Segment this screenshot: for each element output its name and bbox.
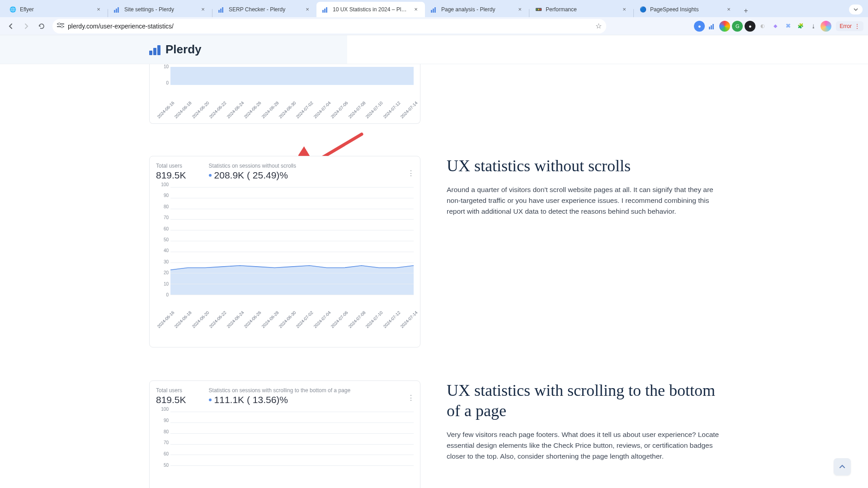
chart-plot-area bbox=[170, 67, 414, 85]
x-tick: 2024-07-14 bbox=[399, 100, 418, 119]
page-content: 10 0 2024-06-162024-06-182024-06-202024-… bbox=[0, 64, 868, 488]
extension-icon[interactable]: ⌘ bbox=[783, 21, 793, 32]
x-axis: 2024-06-162024-06-182024-06-202024-06-22… bbox=[170, 295, 414, 314]
y-tick: 10 bbox=[164, 64, 169, 69]
section-body: Very few visitors reach page footers. Wh… bbox=[447, 429, 721, 462]
stat-sessions-without-scrolls: Statistics on sessions without scrolls 2… bbox=[209, 163, 296, 181]
svg-rect-18 bbox=[712, 24, 714, 29]
y-axis: 1009080706050 bbox=[156, 409, 170, 481]
profile-avatar[interactable] bbox=[821, 21, 831, 32]
close-icon[interactable]: × bbox=[725, 6, 732, 13]
x-tick: 2024-07-02 bbox=[295, 100, 314, 119]
address-bar[interactable]: plerdy.com/user-experience-statistics/ ☆ bbox=[52, 19, 606, 33]
svg-rect-1 bbox=[116, 9, 117, 13]
error-indicator[interactable]: Error ⋮ bbox=[836, 21, 863, 31]
x-tick: 2024-07-06 bbox=[330, 310, 349, 329]
close-icon[interactable]: × bbox=[516, 6, 524, 13]
stat-value: 819.5K bbox=[156, 170, 186, 181]
y-tick: 80 bbox=[164, 429, 169, 434]
svg-rect-19 bbox=[149, 51, 152, 55]
extension-icon[interactable] bbox=[707, 21, 717, 32]
extension-icon[interactable]: ◆ bbox=[770, 21, 781, 32]
stat-label: Total users bbox=[156, 163, 186, 169]
x-tick: 2024-06-16 bbox=[156, 310, 175, 329]
x-tick: 2024-06-26 bbox=[243, 100, 262, 119]
lighthouse-icon: 🚥 bbox=[535, 6, 542, 13]
y-tick: 100 bbox=[161, 182, 169, 187]
svg-rect-6 bbox=[322, 10, 324, 13]
back-button[interactable] bbox=[5, 20, 17, 33]
close-icon[interactable]: × bbox=[304, 6, 311, 13]
card-menu-button[interactable]: ⋮ bbox=[407, 397, 415, 399]
svg-rect-17 bbox=[711, 25, 712, 29]
series-dot-icon bbox=[209, 174, 212, 177]
new-tab-button[interactable]: + bbox=[740, 5, 752, 17]
extensions-area: ● G ● ◐ ◆ ⌘ 🧩 ⭳ Error ⋮ bbox=[694, 21, 863, 32]
stat-value: 111.1K ( 13.56)% bbox=[209, 394, 351, 405]
extension-icon[interactable]: ● bbox=[694, 21, 705, 32]
plerdy-favicon-icon bbox=[322, 6, 329, 13]
stat-label: Total users bbox=[156, 387, 186, 394]
svg-rect-20 bbox=[153, 48, 156, 55]
tab-site-settings[interactable]: Site settings - Plerdy × bbox=[108, 2, 212, 17]
tab-pagespeed[interactable]: 🔵 PageSpeed Insights × bbox=[634, 2, 738, 17]
browser-tab-strip: 🌐 Eflyer × Site settings - Plerdy × SERP… bbox=[0, 0, 868, 17]
forward-button[interactable] bbox=[20, 20, 33, 33]
svg-rect-11 bbox=[434, 7, 436, 13]
x-tick: 2024-06-28 bbox=[260, 100, 279, 119]
x-tick: 2024-06-18 bbox=[174, 310, 193, 329]
bookmark-star-icon[interactable]: ☆ bbox=[595, 22, 602, 30]
x-tick: 2024-06-30 bbox=[278, 310, 297, 329]
x-tick: 2024-06-16 bbox=[156, 100, 175, 119]
x-axis: 2024-06-162024-06-182024-06-202024-06-22… bbox=[170, 85, 414, 104]
back-to-top-button[interactable] bbox=[834, 458, 851, 475]
series-dot-icon bbox=[209, 399, 212, 401]
section-title: UX statistics without scrolls bbox=[447, 156, 721, 176]
x-tick: 2024-07-12 bbox=[382, 100, 401, 119]
reload-button[interactable] bbox=[35, 20, 48, 33]
tab-eflyer[interactable]: 🌐 Eflyer × bbox=[4, 2, 108, 17]
y-tick: 80 bbox=[164, 204, 169, 209]
extension-icon[interactable]: ◐ bbox=[757, 21, 768, 32]
section-body: Around a quarter of visitors don't scrol… bbox=[447, 184, 721, 217]
downloads-icon[interactable]: ⭳ bbox=[808, 21, 819, 32]
stat-total-users: Total users 819.5K bbox=[156, 387, 186, 405]
card-menu-button[interactable]: ⋮ bbox=[407, 173, 415, 174]
extension-icon[interactable]: G bbox=[732, 21, 743, 32]
chart-plot-area bbox=[170, 187, 414, 295]
chevron-up-icon bbox=[839, 464, 845, 470]
tab-title: Site settings - Plerdy bbox=[124, 6, 196, 13]
y-tick: 60 bbox=[164, 226, 169, 231]
y-tick: 70 bbox=[164, 440, 169, 445]
x-tick: 2024-06-28 bbox=[260, 310, 279, 329]
extension-icon[interactable] bbox=[719, 21, 730, 32]
stats-card-without-scrolls: Total users 819.5K Statistics on session… bbox=[149, 156, 420, 347]
tab-ux-statistics[interactable]: 10 UX Statistics in 2024 – Plerdy × bbox=[316, 2, 425, 17]
plerdy-logo[interactable]: Plerdy bbox=[149, 42, 202, 56]
close-icon[interactable]: × bbox=[621, 6, 628, 13]
svg-rect-10 bbox=[433, 9, 434, 13]
y-tick: 0 bbox=[166, 292, 169, 297]
tab-performance[interactable]: 🚥 Performance × bbox=[529, 2, 633, 17]
close-icon[interactable]: × bbox=[412, 6, 420, 13]
site-settings-icon[interactable] bbox=[57, 23, 64, 29]
x-tick: 2024-07-04 bbox=[312, 100, 331, 119]
close-icon[interactable]: × bbox=[95, 6, 102, 13]
tab-page-analysis[interactable]: Page analysis - Plerdy × bbox=[425, 2, 529, 17]
extensions-puzzle-icon[interactable]: 🧩 bbox=[795, 21, 806, 32]
tab-serp-checker[interactable]: SERP Checker - Plerdy × bbox=[212, 2, 316, 17]
chart-plot-area bbox=[170, 412, 414, 481]
x-tick: 2024-06-26 bbox=[243, 310, 262, 329]
tab-search-button[interactable] bbox=[849, 5, 863, 14]
x-tick: 2024-07-06 bbox=[330, 100, 349, 119]
svg-rect-2 bbox=[118, 7, 119, 13]
close-icon[interactable]: × bbox=[199, 6, 207, 13]
extension-icon[interactable]: ● bbox=[745, 21, 755, 32]
x-tick: 2024-06-20 bbox=[191, 100, 210, 119]
stat-sessions-scroll-bottom: Statistics on sessions with scrolling to… bbox=[209, 387, 351, 405]
x-tick: 2024-07-10 bbox=[365, 310, 384, 329]
y-axis: 1009080706050403020100 bbox=[156, 184, 170, 295]
brand-name: Plerdy bbox=[165, 42, 202, 56]
globe-icon: 🌐 bbox=[9, 6, 16, 13]
svg-rect-7 bbox=[324, 9, 326, 13]
